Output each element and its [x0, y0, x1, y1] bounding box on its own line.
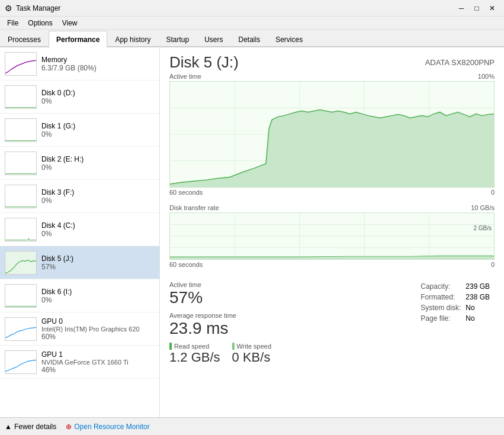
gpu1-thumbnail: [5, 350, 37, 374]
right-panel: Disk 5 (J:) ADATA SX8200PNP Active time …: [160, 47, 504, 417]
chart2-bottom-right: 0: [491, 261, 495, 268]
close-button[interactable]: ✕: [485, 2, 499, 14]
svg-rect-8: [5, 318, 36, 341]
avg-response-stat: Average response time 23.9 ms: [169, 312, 403, 338]
read-speed-item: Read speed 1.2 GB/s: [169, 343, 220, 365]
write-speed-text: Write speed: [237, 343, 272, 350]
disk4-value: 0%: [41, 230, 155, 238]
app-title: Task Manager: [16, 4, 60, 12]
chart2-bottom-left: 60 seconds: [169, 261, 203, 268]
svg-rect-1: [5, 86, 36, 109]
disk6-thumbnail: [5, 284, 37, 308]
disk0-info: Disk 0 (D:) 0%: [41, 89, 155, 105]
chart1-bottom-right: 0: [491, 189, 495, 196]
sidebar-item-disk5[interactable]: Disk 5 (J:) 57%: [0, 246, 159, 279]
svg-rect-2: [5, 119, 36, 142]
write-speed-item: Write speed 0 KB/s: [232, 343, 272, 365]
gpu0-thumbnail: [5, 317, 37, 341]
gpu0-percent: 60%: [41, 333, 155, 341]
disk2-value: 0%: [41, 163, 155, 172]
menu-file[interactable]: File: [2, 18, 23, 28]
gpu1-value: NVIDIA GeForce GTX 1660 Ti: [41, 359, 155, 366]
sidebar-item-disk3[interactable]: Disk 3 (F:) 0%: [0, 180, 159, 213]
memory-value: 6.3/7.9 GB (80%): [41, 64, 155, 72]
active-time-section: Active time 100%: [169, 73, 495, 199]
write-bar-icon: [232, 343, 235, 350]
chart2-label-row: Disk transfer rate 10 GB/s: [169, 204, 495, 211]
read-bar-icon: [169, 343, 172, 350]
tab-bar: Processes Performance App history Startu…: [0, 30, 504, 47]
disk3-info: Disk 3 (F:) 0%: [41, 188, 155, 205]
app-icon: ⚙: [5, 4, 12, 13]
disk4-thumbnail: [5, 218, 37, 241]
sidebar-item-disk4[interactable]: Disk 4 (C:) 0%: [0, 213, 159, 246]
active-time-value: 57%: [169, 288, 403, 307]
gpu1-info: GPU 1 NVIDIA GeForce GTX 1660 Ti 46%: [41, 350, 155, 374]
active-time-label: Active time: [169, 281, 403, 288]
panel-title: Disk 5 (J:): [169, 53, 239, 72]
minimize-button[interactable]: ─: [454, 2, 468, 14]
menu-view[interactable]: View: [57, 18, 82, 28]
tab-performance[interactable]: Performance: [49, 31, 107, 47]
read-write-row: Read speed 1.2 GB/s Write speed 0 KB/s: [169, 343, 403, 365]
sidebar-item-disk6[interactable]: Disk 6 (I:) 0%: [0, 279, 159, 312]
sidebar-item-gpu1[interactable]: GPU 1 NVIDIA GeForce GTX 1660 Ti 46%: [0, 346, 159, 379]
window-controls: ─ □ ✕: [454, 2, 499, 14]
gpu0-value: Intel(R) Iris(TM) Pro Graphics 620: [41, 326, 155, 333]
system-disk-label: System disk:: [420, 302, 466, 313]
sidebar-item-disk0[interactable]: Disk 0 (D:) 0%: [0, 80, 159, 114]
open-resource-monitor-button[interactable]: ⊕ Open Resource Monitor: [66, 423, 149, 431]
read-speed-text: Read speed: [174, 343, 209, 350]
disk1-thumbnail: [5, 118, 37, 142]
sidebar-item-disk2[interactable]: Disk 2 (E: H:) 0%: [0, 147, 159, 180]
title-bar: ⚙ Task Manager ─ □ ✕: [0, 0, 504, 17]
formatted-value: 238 GB: [466, 292, 495, 302]
svg-rect-4: [5, 185, 36, 208]
page-file-label: Page file:: [420, 313, 466, 324]
disk5-name: Disk 5 (J:): [41, 254, 155, 263]
main-content: Memory 6.3/7.9 GB (80%) Disk 0 (D:) 0%: [0, 47, 504, 417]
chart1-top-label: Active time: [169, 73, 201, 80]
tab-processes[interactable]: Processes: [0, 31, 49, 47]
chart1-time-row: 60 seconds 0: [169, 189, 495, 196]
gpu0-info: GPU 0 Intel(R) Iris(TM) Pro Graphics 620…: [41, 317, 155, 341]
memory-info: Memory 6.3/7.9 GB (80%): [41, 56, 155, 72]
tab-users[interactable]: Users: [197, 31, 230, 47]
disk6-value: 0%: [41, 296, 155, 304]
svg-rect-9: [5, 351, 36, 374]
chart1-bottom-left: 60 seconds: [169, 189, 203, 196]
disk1-name: Disk 1 (G:): [41, 122, 155, 130]
system-disk-value: No: [466, 302, 495, 313]
tab-services[interactable]: Services: [268, 31, 310, 47]
sidebar-item-memory[interactable]: Memory 6.3/7.9 GB (80%): [0, 47, 159, 80]
capacity-value: 239 GB: [466, 281, 495, 292]
sidebar-item-disk1[interactable]: Disk 1 (G:) 0%: [0, 114, 159, 147]
svg-marker-17: [170, 109, 494, 187]
gpu1-percent: 46%: [41, 366, 155, 374]
disk2-info: Disk 2 (E: H:) 0%: [41, 155, 155, 172]
stats-right: Capacity: 239 GB Formatted: 238 GB Syste…: [420, 281, 495, 365]
page-file-row: Page file: No: [420, 313, 495, 324]
stats-left: Active time 57% Average response time 23…: [169, 281, 403, 365]
fewer-details-label: Fewer details: [14, 423, 56, 431]
resource-monitor-icon: ⊕: [66, 423, 72, 431]
resource-monitor-label: Open Resource Monitor: [74, 423, 149, 431]
page-file-value: No: [466, 313, 495, 324]
disk6-name: Disk 6 (I:): [41, 288, 155, 296]
fewer-details-button[interactable]: ▲ Fewer details: [5, 423, 56, 431]
system-disk-row: System disk: No: [420, 302, 495, 313]
menu-options[interactable]: Options: [23, 18, 57, 28]
svg-rect-5: [5, 218, 36, 241]
avg-response-value: 23.9 ms: [169, 319, 403, 338]
tab-details[interactable]: Details: [230, 31, 268, 47]
sidebar-item-gpu0[interactable]: GPU 0 Intel(R) Iris(TM) Pro Graphics 620…: [0, 312, 159, 346]
svg-rect-7: [5, 285, 36, 308]
disk6-info: Disk 6 (I:) 0%: [41, 288, 155, 304]
capacity-label: Capacity:: [420, 281, 466, 292]
gpu1-name: GPU 1: [41, 350, 155, 359]
panel-model: ADATA SX8200PNP: [425, 58, 495, 67]
maximize-button[interactable]: □: [470, 2, 484, 14]
read-speed-value: 1.2 GB/s: [169, 350, 220, 365]
tab-startup[interactable]: Startup: [158, 31, 197, 47]
tab-app-history[interactable]: App history: [107, 31, 158, 47]
